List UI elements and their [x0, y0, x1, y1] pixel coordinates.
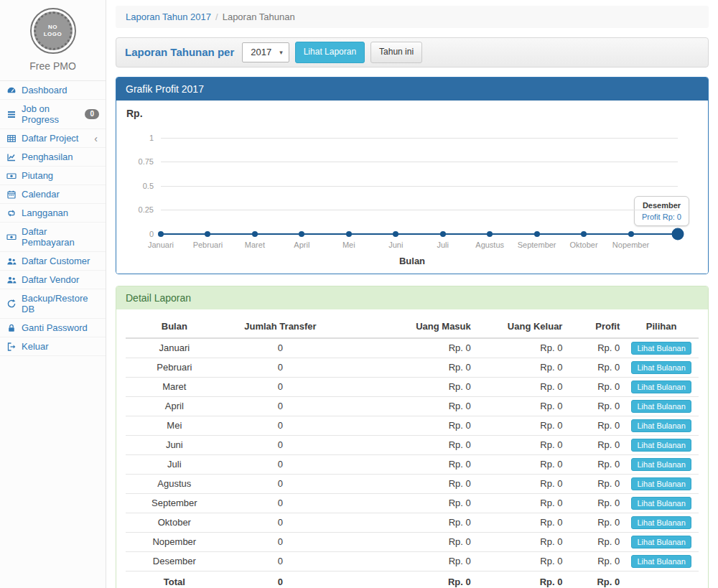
- chart-point-juni[interactable]: [393, 231, 398, 237]
- sidebar-item-calendar[interactable]: Calendar: [0, 185, 106, 204]
- month-cell: September: [126, 493, 223, 513]
- chart-line-series: [161, 233, 678, 235]
- table-row-september: September0Rp. 0Rp. 0Rp. 0Lihat Bulanan: [126, 493, 699, 513]
- action-cell: Lihat Bulanan: [624, 513, 699, 532]
- sidebar-item-daftar-customer[interactable]: Daftar Customer: [0, 252, 106, 271]
- sidebar-item-penghasilan[interactable]: Penghasilan: [0, 148, 106, 167]
- breadcrumb-current: Laporan Tahunan: [223, 11, 295, 22]
- uang-keluar-cell: Rp. 0: [475, 454, 567, 474]
- x-tick-label: Pebruari: [193, 241, 223, 249]
- jumlah-transfer-cell: 0: [223, 532, 338, 551]
- total-action-empty: [624, 571, 699, 588]
- column-header-uang-masuk: Uang Masuk: [337, 315, 475, 338]
- sidebar-item-langganan[interactable]: Langganan: [0, 204, 106, 223]
- sidebar-item-daftar-project[interactable]: Daftar Project‹: [0, 129, 106, 148]
- profit-cell: Rp. 0: [567, 338, 624, 358]
- sidebar-item-dashboard[interactable]: Dashboard: [0, 81, 106, 100]
- breadcrumb-link-laporan-tahun[interactable]: Laporan Tahun 2017: [126, 11, 211, 22]
- view-monthly-button-maret[interactable]: Lihat Bulanan: [631, 381, 691, 393]
- view-monthly-button-juni[interactable]: Lihat Bulanan: [631, 439, 691, 452]
- app-logo: NO LOGO: [30, 8, 76, 54]
- chart-point-maret[interactable]: [252, 231, 258, 237]
- uang-keluar-cell: Rp. 0: [475, 532, 567, 551]
- view-monthly-button-mei[interactable]: Lihat Bulanan: [631, 419, 691, 432]
- uang-masuk-cell: Rp. 0: [337, 513, 475, 532]
- uang-keluar-cell: Rp. 0: [475, 513, 567, 532]
- x-tick-label: April: [294, 241, 309, 249]
- total-uang-masuk: Rp. 0: [337, 571, 475, 588]
- sidebar-item-label: Daftar Project: [22, 133, 78, 144]
- uang-masuk-cell: Rp. 0: [337, 551, 475, 571]
- month-cell: Nopember: [126, 532, 223, 551]
- this-year-button[interactable]: Tahun ini: [370, 42, 422, 63]
- view-monthly-button-agustus[interactable]: Lihat Bulanan: [631, 477, 691, 490]
- total-label: Total: [126, 571, 223, 588]
- chart-point-juli[interactable]: [440, 231, 446, 237]
- action-cell: Lihat Bulanan: [624, 532, 699, 551]
- uang-keluar-cell: Rp. 0: [475, 358, 567, 377]
- app-window: NO LOGO Free PMO DashboardJob on Progres…: [0, 0, 718, 588]
- chart-point-april[interactable]: [299, 231, 304, 237]
- month-cell: Agustus: [126, 474, 223, 493]
- breadcrumb: Laporan Tahun 2017/Laporan Tahunan: [116, 6, 709, 28]
- view-monthly-button-pebruari[interactable]: Lihat Bulanan: [631, 361, 691, 374]
- uang-keluar-cell: Rp. 0: [475, 551, 567, 571]
- table-total-row: Total 0 Rp. 0 Rp. 0 Rp. 0: [126, 571, 699, 588]
- sidebar-item-ganti-password[interactable]: Ganti Password: [0, 319, 106, 337]
- month-cell: Januari: [126, 338, 223, 358]
- month-cell: Oktober: [126, 513, 223, 532]
- profit-cell: Rp. 0: [567, 513, 624, 532]
- chart-point-agustus[interactable]: [487, 231, 493, 237]
- action-cell: Lihat Bulanan: [624, 377, 699, 396]
- uang-masuk-cell: Rp. 0: [337, 416, 475, 435]
- chart-body: Rp. Desember Profit Rp: 0 00.250.50.751 …: [116, 101, 708, 274]
- logo-text-line2: LOGO: [44, 31, 62, 38]
- jumlah-transfer-cell: 0: [223, 338, 338, 358]
- view-monthly-button-januari[interactable]: Lihat Bulanan: [631, 342, 691, 355]
- chart-point-januari[interactable]: [158, 231, 164, 237]
- view-monthly-button-september[interactable]: Lihat Bulanan: [631, 497, 691, 510]
- year-select[interactable]: 2017 ▾: [242, 42, 289, 62]
- sidebar-item-piutang[interactable]: Piutang: [0, 167, 106, 185]
- badge-count: 0: [85, 109, 99, 119]
- chart-point-desember[interactable]: [672, 228, 684, 240]
- chart-point-mei[interactable]: [346, 231, 352, 237]
- x-axis-labels: JanuariPebruariMaretAprilMeiJuniJuliAgus…: [161, 241, 678, 250]
- lock-icon: [6, 323, 17, 333]
- x-tick-label: Oktober: [570, 241, 598, 249]
- chart-point-september[interactable]: [534, 231, 540, 237]
- main-content: Laporan Tahun 2017/Laporan Tahunan Lapor…: [106, 0, 718, 588]
- profit-cell: Rp. 0: [567, 377, 624, 396]
- year-select-value: 2017: [251, 47, 271, 57]
- x-tick-label: Nopember: [612, 241, 649, 249]
- uang-masuk-cell: Rp. 0: [337, 338, 475, 358]
- view-report-button[interactable]: Lihat Laporan: [295, 42, 365, 63]
- uang-masuk-cell: Rp. 0: [337, 532, 475, 551]
- jumlah-transfer-cell: 0: [223, 474, 338, 493]
- month-cell: Mei: [126, 416, 223, 435]
- chart-point-nopember[interactable]: [628, 231, 634, 237]
- profit-cell: Rp. 0: [567, 493, 624, 513]
- x-tick-label: Juni: [388, 241, 403, 249]
- uang-keluar-cell: Rp. 0: [475, 435, 567, 454]
- month-cell: Juni: [126, 435, 223, 454]
- view-monthly-button-juli[interactable]: Lihat Bulanan: [631, 458, 691, 471]
- uang-keluar-cell: Rp. 0: [475, 377, 567, 396]
- view-monthly-button-oktober[interactable]: Lihat Bulanan: [631, 516, 691, 529]
- sidebar-item-daftar-vendor[interactable]: Daftar Vendor: [0, 271, 106, 289]
- view-monthly-button-april[interactable]: Lihat Bulanan: [631, 400, 691, 413]
- action-cell: Lihat Bulanan: [624, 551, 699, 571]
- view-monthly-button-nopember[interactable]: Lihat Bulanan: [631, 536, 691, 549]
- sidebar-item-keluar[interactable]: Keluar: [0, 337, 106, 356]
- month-cell: Juli: [126, 454, 223, 474]
- action-cell: Lihat Bulanan: [624, 493, 699, 513]
- sidebar-item-daftar-pembayaran[interactable]: Daftar Pembayaran: [0, 223, 106, 252]
- x-tick-label: Juli: [437, 241, 449, 249]
- detail-panel-body: BulanJumlah TransferUang MasukUang Kelua…: [116, 309, 708, 588]
- view-monthly-button-desember[interactable]: Lihat Bulanan: [631, 555, 691, 568]
- chart-point-oktober[interactable]: [581, 231, 587, 237]
- column-header-uang-keluar: Uang Keluar: [475, 315, 567, 338]
- sidebar-item-backup-restore-db[interactable]: Backup/Restore DB: [0, 289, 106, 319]
- chart-point-pebruari[interactable]: [205, 231, 210, 237]
- sidebar-item-job-on-progress[interactable]: Job on Progress0: [0, 100, 106, 129]
